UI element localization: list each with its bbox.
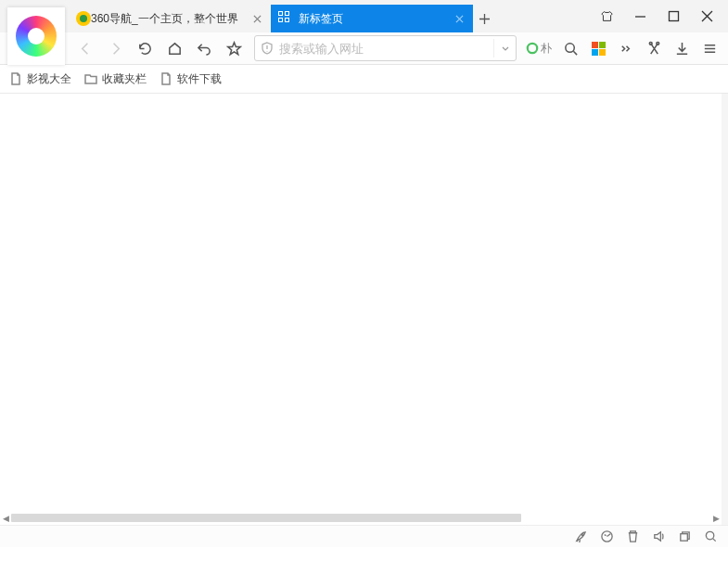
sound-icon[interactable] xyxy=(648,527,669,547)
tab-close-button[interactable] xyxy=(250,12,263,25)
address-dropdown[interactable] xyxy=(493,39,516,57)
tab-360nav[interactable]: 360导航_一个主页，整个世界 xyxy=(69,5,271,32)
bookmark-label: 影视大全 xyxy=(27,71,71,87)
find-icon[interactable] xyxy=(700,527,721,547)
maximize-button[interactable] xyxy=(658,3,689,31)
svg-point-8 xyxy=(706,531,713,539)
window-controls xyxy=(591,0,728,32)
scroll-right-arrow[interactable]: ▶ xyxy=(710,511,722,525)
swirl-icon xyxy=(16,16,57,57)
download-button[interactable] xyxy=(669,34,695,62)
extensions-button[interactable] xyxy=(585,34,611,62)
more-tools-button[interactable] xyxy=(613,34,639,62)
address-input[interactable] xyxy=(279,42,493,56)
restore-icon[interactable] xyxy=(674,527,695,547)
bookmark-label: 软件下载 xyxy=(177,71,222,87)
close-window-button[interactable] xyxy=(691,3,722,31)
tab-newtab[interactable]: 新标签页 xyxy=(271,5,473,32)
search-button[interactable] xyxy=(557,34,583,62)
tab-label: 360导航_一个主页，整个世界 xyxy=(91,11,247,27)
svg-point-5 xyxy=(581,534,583,536)
scroll-left-arrow[interactable]: ◀ xyxy=(0,511,11,525)
svg-rect-7 xyxy=(680,534,687,542)
tab-close-button[interactable] xyxy=(453,12,466,25)
tab-favicon-360 xyxy=(76,11,91,26)
block-icon[interactable] xyxy=(596,527,617,547)
o-engine-icon xyxy=(526,42,539,55)
color-grid-icon xyxy=(592,42,606,56)
bookmark-item[interactable]: 软件下载 xyxy=(160,71,222,87)
scroll-track[interactable] xyxy=(11,514,710,522)
back-button[interactable] xyxy=(70,34,100,62)
svg-point-2 xyxy=(565,43,573,51)
bookmark-folder[interactable]: 收藏夹栏 xyxy=(84,71,147,87)
vertical-scrollbar[interactable] xyxy=(722,94,728,525)
bookmark-item[interactable]: 影视大全 xyxy=(9,71,71,87)
shield-icon xyxy=(255,42,279,55)
svg-point-1 xyxy=(528,44,537,53)
status-bar xyxy=(0,525,728,547)
svg-rect-0 xyxy=(669,12,678,21)
screenshot-button[interactable] xyxy=(641,34,667,62)
menu-button[interactable] xyxy=(696,34,722,62)
undo-button[interactable] xyxy=(189,34,219,62)
bookmark-label: 收藏夹栏 xyxy=(102,71,147,87)
reload-button[interactable] xyxy=(130,34,160,62)
minimize-button[interactable] xyxy=(624,3,656,31)
forward-button[interactable] xyxy=(100,34,130,62)
accelerate-icon[interactable] xyxy=(570,527,591,547)
skin-button[interactable] xyxy=(591,3,622,31)
tabs-region: 360导航_一个主页，整个世界 新标签页 xyxy=(69,0,495,32)
scroll-thumb[interactable] xyxy=(11,514,521,522)
browser-logo[interactable] xyxy=(7,7,65,65)
trash-icon[interactable] xyxy=(622,527,643,547)
page-content: ◀ ▶ xyxy=(0,94,728,525)
search-engine-selector[interactable]: 朴 xyxy=(522,41,556,57)
new-tab-button[interactable] xyxy=(473,5,495,32)
address-bar[interactable] xyxy=(254,35,517,61)
horizontal-scrollbar[interactable]: ◀ ▶ xyxy=(0,511,722,525)
toolbar: 朴 xyxy=(0,32,728,65)
bookmarks-bar: 影视大全 收藏夹栏 软件下载 xyxy=(0,65,728,94)
tab-label: 新标签页 xyxy=(299,11,449,27)
favorite-button[interactable] xyxy=(219,34,249,62)
search-engine-label: 朴 xyxy=(541,41,552,57)
home-button[interactable] xyxy=(160,34,189,62)
tab-favicon-grid xyxy=(278,11,293,26)
title-bar: 360导航_一个主页，整个世界 新标签页 xyxy=(0,0,728,32)
